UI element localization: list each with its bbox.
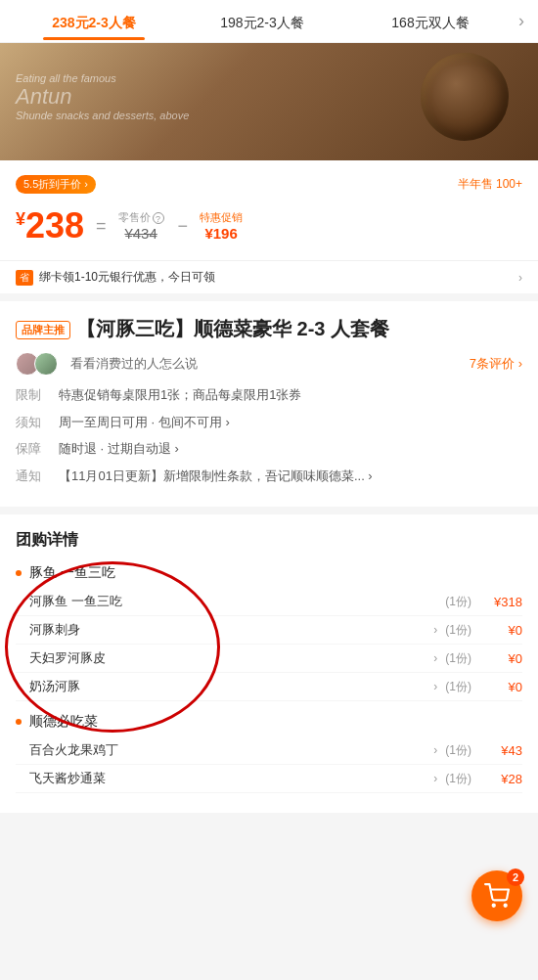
sub-item-price-2-2: ¥28 (483, 772, 522, 786)
notice-value: 周一至周日可用 · 包间不可用 › (59, 413, 522, 432)
bank-offer-bar[interactable]: 省 绑卡领1-10元银行优惠，今日可领 › (0, 260, 538, 293)
sub-item-1-3[interactable]: 天妇罗河豚皮 › (1份) ¥0 (16, 645, 522, 673)
brand-tag: 品牌主推 (16, 321, 70, 339)
avatar-2 (34, 352, 58, 376)
group-name-1: 豚鱼 一鱼三吃 (29, 564, 115, 582)
guarantee-label: 保障 (16, 439, 51, 459)
sub-item-price-2-1: ¥43 (483, 743, 522, 758)
group-header-2: 顺德必吃菜 (16, 713, 522, 731)
group-header-1: 豚鱼 一鱼三吃 (16, 564, 522, 582)
tab-more-icon[interactable]: › (515, 11, 528, 31)
sub-item-name-2-2: 飞天酱炒通菜 (29, 770, 433, 787)
guarantee-value: 随时退 · 过期自动退 › (59, 439, 522, 459)
sub-item-arrow-1-4: › (433, 680, 437, 693)
hero-food-image (421, 53, 509, 141)
group-item-2: 顺德必吃菜 百合火龙果鸡丁 › (1份) ¥43 飞天酱炒通菜 › (1份) ¥… (16, 713, 522, 793)
sub-item-price-1-1: ¥318 (483, 595, 522, 609)
reviewer-avatars (16, 352, 53, 376)
notice-label: 须知 (16, 413, 51, 432)
sub-item-name-1-1: 河豚鱼 一鱼三吃 (29, 593, 445, 610)
notice-row[interactable]: 须知 周一至周日可用 · 包间不可用 › (16, 413, 522, 432)
bank-icon: 省 (16, 270, 33, 286)
notification-row[interactable]: 通知 【11月01日更新】新增限制性条款，吾记顺味顺德菜... › (16, 467, 522, 486)
hero-small-text: Eating all the famous (16, 72, 116, 84)
hero-brand-text: Antun (16, 84, 189, 110)
sub-item-arrow-1-2: › (433, 623, 437, 637)
sub-item-price-1-2: ¥0 (483, 623, 522, 638)
tab-238[interactable]: 238元2-3人餐 (10, 3, 178, 40)
retail-price: 零售价 ? ¥434 (118, 210, 164, 242)
sub-item-qty-2-1: (1份) (445, 742, 471, 759)
sub-item-price-1-4: ¥0 (483, 680, 522, 694)
sub-item-qty-1-3: (1份) (445, 650, 471, 667)
hero-text: Eating all the famous Antun Shunde snack… (16, 72, 189, 121)
price-tag-label[interactable]: 5.5折到手价 › (16, 175, 96, 194)
sub-item-qty-1-2: (1份) (445, 622, 471, 639)
retail-value: ¥434 (124, 225, 157, 242)
review-text: 看看消费过的人怎么说 (70, 355, 198, 373)
notification-label: 通知 (16, 467, 51, 486)
sub-item-name-1-2: 河豚刺身 (29, 621, 433, 639)
restriction-label: 限制 (16, 385, 51, 405)
sub-item-1-1[interactable]: 河豚鱼 一鱼三吃 (1份) ¥318 (16, 588, 522, 616)
hero-sub-text: Shunde snacks and desserts, above (16, 110, 189, 121)
group-name-2: 顺德必吃菜 (29, 713, 98, 731)
bank-offer-text: 绑卡领1-10元银行优惠，今日可领 (39, 269, 215, 286)
restriction-row: 限制 特惠促销每桌限用1张；商品每桌限用1张券 (16, 385, 522, 405)
review-row: 看看消费过的人怎么说 7条评价 › (16, 352, 522, 376)
sub-item-1-4[interactable]: 奶汤河豚 › (1份) ¥0 (16, 673, 522, 701)
bullet-icon-2 (16, 719, 22, 725)
bullet-icon-1 (16, 570, 22, 576)
price-value: 238 (25, 205, 84, 245)
tab-168[interactable]: 168元双人餐 (346, 3, 515, 40)
tab-bar: 238元2-3人餐 198元2-3人餐 168元双人餐 › (0, 0, 538, 43)
special-price: 特惠促销 ¥196 (200, 210, 243, 242)
sub-item-arrow-1-3: › (433, 651, 437, 665)
info-icon[interactable]: ? (153, 212, 164, 224)
minus-sign: − (178, 216, 189, 237)
section-title: 团购详情 (16, 530, 522, 551)
price-row: ¥238 = 零售价 ? ¥434 − 特惠促销 ¥196 (16, 205, 522, 246)
sub-item-name-2-1: 百合火龙果鸡丁 (29, 741, 433, 759)
hero-image: Eating all the famous Antun Shunde snack… (0, 43, 538, 160)
sub-item-2-2[interactable]: 飞天酱炒通菜 › (1份) ¥28 (16, 765, 522, 793)
sub-item-price-1-3: ¥0 (483, 651, 522, 666)
review-count[interactable]: 7条评价 › (470, 355, 522, 373)
product-title: 品牌主推【河豚三吃】顺德菜豪华 2-3 人套餐 (16, 315, 522, 342)
sub-item-2-1[interactable]: 百合火龙果鸡丁 › (1份) ¥43 (16, 736, 522, 765)
price-card: 5.5折到手价 › 半年售 100+ ¥238 = 零售价 ? ¥434 − 特… (0, 160, 538, 260)
group-detail-section: 团购详情 豚鱼 一鱼三吃 河豚鱼 一鱼三吃 (1份) ¥318 河豚刺身 › (… (0, 514, 538, 813)
main-price: ¥238 (16, 205, 84, 246)
sub-item-name-1-4: 奶汤河豚 (29, 678, 433, 695)
product-info: 品牌主推【河豚三吃】顺德菜豪华 2-3 人套餐 看看消费过的人怎么说 7条评价 … (0, 301, 538, 507)
sub-item-name-1-3: 天妇罗河豚皮 (29, 649, 433, 667)
tab-198[interactable]: 198元2-3人餐 (178, 3, 346, 40)
guarantee-row[interactable]: 保障 随时退 · 过期自动退 › (16, 439, 522, 459)
special-value: ¥196 (204, 225, 237, 242)
notification-value: 【11月01日更新】新增限制性条款，吾记顺味顺德菜... › (59, 467, 522, 486)
currency-symbol: ¥ (16, 209, 25, 229)
sub-item-qty-1-1: (1份) (445, 594, 471, 610)
equals-sign: = (96, 216, 107, 237)
product-title-text: 【河豚三吃】顺德菜豪华 2-3 人套餐 (76, 318, 389, 339)
restriction-value: 特惠促销每桌限用1张；商品每桌限用1张券 (59, 385, 522, 405)
sub-item-1-2[interactable]: 河豚刺身 › (1份) ¥0 (16, 616, 522, 645)
sub-item-qty-2-2: (1份) (445, 771, 471, 787)
retail-label: 零售价 (118, 210, 151, 225)
sub-item-arrow-2-2: › (433, 772, 437, 785)
sub-item-qty-1-4: (1份) (445, 679, 471, 695)
group-item-1: 豚鱼 一鱼三吃 河豚鱼 一鱼三吃 (1份) ¥318 河豚刺身 › (1份) ¥… (16, 564, 522, 701)
half-year-badge: 半年售 100+ (458, 176, 522, 193)
bank-arrow-icon: › (518, 271, 522, 285)
special-label: 特惠促销 (200, 210, 243, 225)
sub-item-arrow-2-1: › (433, 743, 437, 757)
